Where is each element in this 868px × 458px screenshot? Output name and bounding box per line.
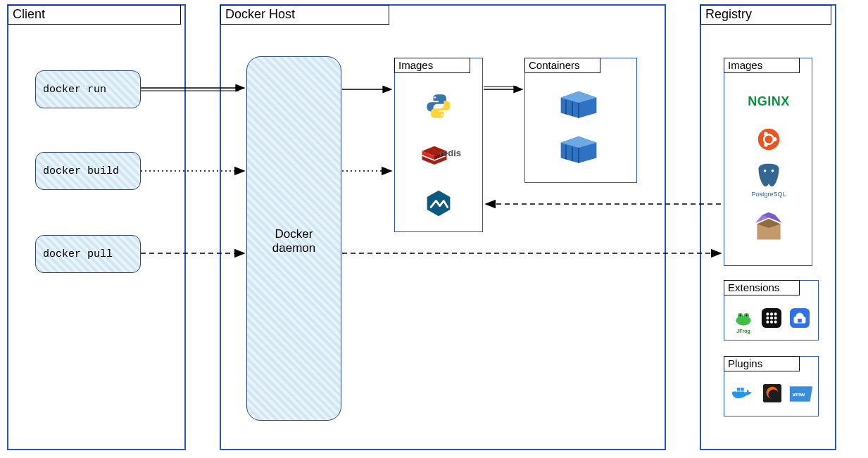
svg-point-34 bbox=[766, 312, 769, 315]
registry-plugins-title: Plugins bbox=[724, 356, 800, 371]
cmd-docker-pull: docker pull bbox=[35, 235, 141, 273]
svg-point-32 bbox=[746, 314, 747, 316]
svg-point-22 bbox=[764, 170, 767, 172]
docker-icon bbox=[729, 383, 755, 405]
docker-daemon-label: Docker daemon bbox=[272, 227, 315, 255]
cmd-docker-build: docker build bbox=[35, 152, 141, 190]
host-containers-title: Containers bbox=[524, 58, 600, 73]
svg-point-21 bbox=[764, 143, 768, 147]
svg-text:vmw: vmw bbox=[792, 391, 805, 397]
nginx-icon: NGINX bbox=[741, 90, 797, 113]
vmw-icon: vmw bbox=[788, 384, 814, 404]
docker-daemon-box: Docker daemon bbox=[246, 56, 341, 421]
client-title-text: Client bbox=[13, 7, 45, 21]
registry-title-text: Registry bbox=[705, 7, 752, 21]
svg-point-19 bbox=[773, 137, 777, 141]
svg-rect-50 bbox=[737, 388, 741, 391]
svg-rect-46 bbox=[798, 319, 802, 323]
cmd-docker-build-text: docker build bbox=[43, 165, 119, 177]
svg-point-36 bbox=[774, 312, 777, 315]
client-panel-title: Client bbox=[8, 5, 181, 25]
svg-point-35 bbox=[770, 312, 773, 315]
registry-images-title: Images bbox=[724, 58, 800, 73]
container-icon bbox=[556, 87, 601, 120]
host-images-title: Images bbox=[394, 58, 470, 73]
container-icon bbox=[556, 132, 601, 165]
package-icon bbox=[750, 210, 787, 246]
svg-point-0 bbox=[434, 96, 436, 98]
python-icon bbox=[422, 90, 455, 122]
cmd-docker-run: docker run bbox=[35, 70, 141, 108]
redis-label: redis bbox=[439, 148, 461, 158]
svg-point-28 bbox=[736, 315, 750, 325]
grafana-icon bbox=[762, 383, 783, 404]
registry-plugins-title-text: Plugins bbox=[728, 357, 762, 369]
svg-rect-51 bbox=[741, 388, 744, 391]
postgresql-label: PostgreSQL bbox=[751, 191, 786, 198]
svg-point-41 bbox=[770, 321, 773, 324]
svg-point-37 bbox=[766, 317, 769, 319]
svg-point-20 bbox=[764, 132, 768, 136]
registry-extensions-title-text: Extensions bbox=[728, 281, 779, 293]
jfrog-icon: JFrog bbox=[731, 305, 756, 331]
host-containers-title-text: Containers bbox=[529, 59, 580, 71]
svg-point-39 bbox=[774, 317, 777, 319]
host-images-title-text: Images bbox=[398, 59, 433, 71]
redis-icon: redis bbox=[417, 141, 462, 169]
registry-extensions-title: Extensions bbox=[724, 280, 800, 295]
cmd-docker-run-text: docker run bbox=[43, 84, 106, 96]
svg-point-38 bbox=[770, 317, 773, 319]
svg-point-31 bbox=[739, 314, 741, 316]
svg-point-23 bbox=[772, 170, 774, 172]
host-title-text: Docker Host bbox=[225, 7, 295, 21]
host-panel-title: Docker Host bbox=[220, 5, 389, 25]
ubuntu-icon bbox=[755, 125, 783, 153]
grid-app-icon bbox=[760, 307, 783, 329]
svg-point-1 bbox=[441, 114, 444, 116]
cloud-app-icon bbox=[788, 307, 811, 329]
svg-point-42 bbox=[774, 321, 777, 324]
postgresql-icon: PostgreSQL bbox=[750, 160, 787, 200]
cmd-docker-pull-text: docker pull bbox=[43, 248, 113, 260]
alpine-icon bbox=[424, 189, 453, 218]
registry-images-title-text: Images bbox=[728, 59, 762, 71]
registry-panel-title: Registry bbox=[700, 5, 831, 25]
svg-point-40 bbox=[766, 321, 769, 324]
